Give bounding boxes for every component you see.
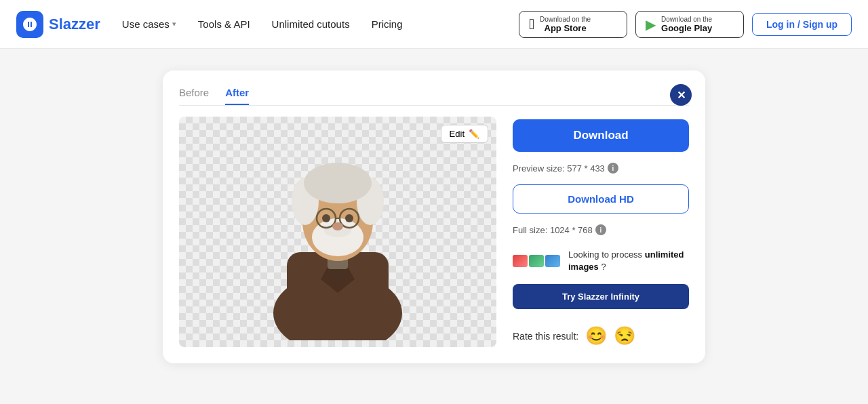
slazzer-icon	[22, 16, 38, 33]
close-button[interactable]: ✕	[670, 84, 692, 106]
logo[interactable]: Slazzer	[16, 11, 100, 38]
emoji-neutral[interactable]: 😒	[614, 325, 635, 346]
download-button[interactable]: Download	[513, 119, 689, 152]
promo-image-2	[529, 255, 544, 267]
tab-after[interactable]: After	[225, 87, 249, 105]
logo-text: Slazzer	[49, 16, 100, 33]
emoji-happy[interactable]: 😊	[585, 325, 607, 346]
download-hd-button[interactable]: Download HD	[513, 184, 689, 214]
google-play-text: Download on the Google Play	[661, 16, 712, 33]
try-infinity-button[interactable]: Try Slazzer Infinity	[513, 284, 689, 309]
svg-point-20	[304, 163, 372, 203]
google-play-button[interactable]: ▶ Download on the Google Play	[635, 11, 744, 38]
main-content: Before After ✕ Edit ✏️	[0, 49, 868, 385]
main-nav: Use cases ▾ Tools & API Unlimited cutout…	[122, 18, 497, 30]
info-icon-hd: i	[595, 224, 606, 235]
close-icon: ✕	[677, 89, 686, 102]
edit-button[interactable]: Edit ✏️	[441, 125, 488, 143]
app-store-text: Download on the App Store	[540, 16, 591, 33]
card-tabs: Before After	[179, 87, 689, 106]
info-icon: i	[608, 163, 618, 174]
logo-icon	[16, 11, 43, 38]
tab-before[interactable]: Before	[179, 87, 209, 105]
nav-tools-api[interactable]: Tools & API	[198, 18, 250, 30]
nav-unlimited-cutouts[interactable]: Unlimited cutouts	[272, 18, 350, 30]
promo-text: Looking to process unlimited images ?	[568, 249, 689, 273]
processed-image	[250, 123, 426, 340]
login-button[interactable]: Log in / Sign up	[752, 13, 852, 36]
promo-image-1	[513, 255, 528, 267]
promo-section: Looking to process unlimited images ?	[513, 249, 689, 273]
image-area: Edit ✏️	[179, 117, 496, 347]
promo-image-3	[545, 255, 560, 267]
promo-images	[513, 255, 560, 267]
nav-use-cases[interactable]: Use cases ▾	[122, 18, 176, 30]
preview-size: Preview size: 577 * 433 i	[513, 163, 689, 174]
header-right:  Download on the App Store ▶ Download o…	[519, 11, 852, 38]
chevron-down-icon: ▾	[172, 20, 176, 28]
full-size: Full size: 1024 * 768 i	[513, 224, 689, 235]
svg-point-17	[345, 214, 353, 222]
rate-section: Rate this result: 😊 😒	[513, 325, 689, 346]
svg-point-16	[322, 214, 330, 222]
right-panel: Download Preview size: 577 * 433 i Downl…	[513, 117, 689, 347]
apple-icon: 	[529, 16, 534, 33]
google-play-icon: ▶	[646, 16, 656, 33]
result-card: Before After ✕ Edit ✏️	[163, 70, 705, 363]
card-body: Edit ✏️	[179, 117, 689, 347]
svg-point-21	[332, 222, 343, 230]
pencil-icon: ✏️	[469, 129, 479, 139]
nav-pricing[interactable]: Pricing	[372, 18, 403, 30]
header: Slazzer Use cases ▾ Tools & API Unlimite…	[0, 0, 868, 49]
app-store-button[interactable]:  Download on the App Store	[519, 11, 627, 38]
